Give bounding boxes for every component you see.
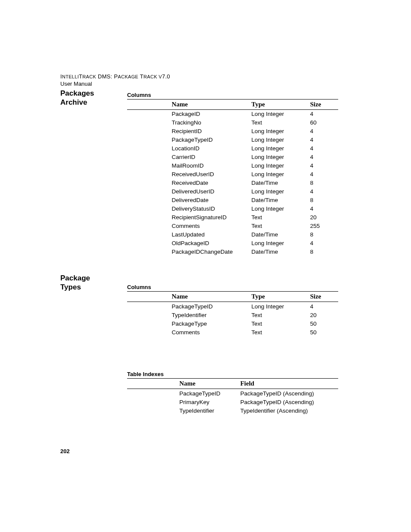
table-header-field: Field (240, 379, 338, 389)
cell-name: ReceivedUserID (171, 170, 251, 179)
table-row: OldPackageIDLong Integer4 (127, 239, 338, 248)
cell-type: Text (252, 118, 310, 127)
table-row: TrackingNoText60 (127, 118, 338, 127)
cell-size: 4 (310, 153, 338, 162)
table-row: DeliveredDateDate/Time8 (127, 196, 338, 205)
cell-type: Long Integer (252, 170, 310, 179)
table-row: PackageTypeIDLong Integer4 (127, 302, 338, 311)
cell-size: 255 (310, 222, 338, 230)
page-number: 202 (60, 448, 70, 454)
cell-size: 50 (310, 319, 338, 328)
packages-archive-columns-table: Name Type Size PackageIDLong Integer4Tra… (127, 99, 338, 256)
cell-type: Long Integer (252, 153, 310, 162)
cell-size: 4 (310, 136, 338, 144)
cell-size: 8 (310, 230, 338, 239)
columns-label: Columns (127, 92, 338, 98)
cell-name: DeliveredUserID (171, 187, 251, 196)
cell-name: TrackingNo (171, 118, 251, 127)
cell-name: PackageType (171, 319, 251, 328)
cell-name: DeliveryStatusID (171, 205, 251, 213)
cell-name: RecipientID (171, 127, 251, 136)
cell-size: 4 (310, 144, 338, 153)
table-header-size: Size (310, 99, 338, 109)
cell-type: Date/Time (252, 196, 310, 205)
cell-size: 8 (310, 248, 338, 256)
cell-type: Date/Time (252, 179, 310, 187)
cell-size: 4 (310, 239, 338, 248)
cell-name: TypeIdentifier (171, 311, 251, 319)
table-header-size: Size (310, 292, 338, 302)
cell-name: LastUpdated (171, 230, 251, 239)
table-row: ReceivedDateDate/Time8 (127, 179, 338, 187)
cell-size: 20 (310, 311, 338, 319)
cell-type: Long Integer (252, 144, 310, 153)
cell-name: PackageTypeID (171, 302, 251, 311)
cell-name: Comments (171, 222, 251, 230)
package-types-indexes-table: Name Field PackageTypeIDPackageTypeID (A… (127, 378, 338, 415)
cell-name: PackageTypeID (179, 389, 240, 398)
cell-name: LocationID (171, 144, 251, 153)
table-indexes-label: Table Indexes (127, 371, 338, 377)
table-row: PackageTypeText50 (127, 319, 338, 328)
cell-name: Comments (171, 328, 251, 336)
cell-name: MailRoomID (171, 162, 251, 170)
cell-size: 8 (310, 179, 338, 187)
cell-type: Text (252, 222, 310, 230)
cell-type: Text (252, 213, 310, 222)
table-row: PackageTypeIDPackageTypeID (Ascending) (127, 389, 338, 398)
cell-field: PackageTypeID (Ascending) (240, 398, 338, 406)
cell-type: Text (252, 319, 310, 328)
cell-size: 4 (310, 127, 338, 136)
cell-name: DeliveredDate (171, 196, 251, 205)
cell-size: 4 (310, 302, 338, 311)
cell-type: Long Integer (252, 239, 310, 248)
cell-type: Text (252, 328, 310, 336)
cell-size: 4 (310, 170, 338, 179)
table-header-type: Type (252, 99, 310, 109)
cell-type: Long Integer (252, 187, 310, 196)
cell-type: Text (252, 311, 310, 319)
table-row: DeliveredUserIDLong Integer4 (127, 187, 338, 196)
table-row: DeliveryStatusIDLong Integer4 (127, 205, 338, 213)
cell-size: 60 (310, 118, 338, 127)
cell-size: 4 (310, 109, 338, 118)
cell-name: RecipientSignatureID (171, 213, 251, 222)
table-header-name: Name (171, 99, 251, 109)
cell-size: 4 (310, 162, 338, 170)
cell-type: Long Integer (252, 109, 310, 118)
table-row: RecipientIDLong Integer4 (127, 127, 338, 136)
table-row: PrimaryKeyPackageTypeID (Ascending) (127, 398, 338, 406)
cell-name: PackageTypeID (171, 136, 251, 144)
cell-field: TypeIdentifier (Ascending) (240, 406, 338, 415)
cell-size: 4 (310, 187, 338, 196)
table-row: CarrierIDLong Integer4 (127, 153, 338, 162)
package-types-columns-table: Name Type Size PackageTypeIDLong Integer… (127, 291, 338, 336)
doc-header-subtitle: User Manual (60, 81, 338, 87)
cell-type: Date/Time (252, 230, 310, 239)
table-row: LocationIDLong Integer4 (127, 144, 338, 153)
columns-label: Columns (127, 284, 338, 290)
table-header-name: Name (179, 379, 240, 389)
table-header-type: Type (252, 292, 310, 302)
cell-type: Long Integer (252, 302, 310, 311)
cell-name: PackageID (171, 109, 251, 118)
table-row: PackageIDChangeDateDate/Time8 (127, 248, 338, 256)
table-row: CommentsText255 (127, 222, 338, 230)
table-row: TypeIdentifierText20 (127, 311, 338, 319)
cell-size: 4 (310, 205, 338, 213)
cell-name: TypeIdentifier (179, 406, 240, 415)
cell-name: ReceivedDate (171, 179, 251, 187)
table-row: LastUpdatedDate/Time8 (127, 230, 338, 239)
cell-name: PackageIDChangeDate (171, 248, 251, 256)
cell-type: Long Integer (252, 136, 310, 144)
table-row: RecipientSignatureIDText20 (127, 213, 338, 222)
doc-header-title: INTELLITRACK DMS: PACKAGE TRACK V7.0 (60, 73, 338, 80)
table-row: CommentsText50 (127, 328, 338, 336)
table-row: PackageTypeIDLong Integer4 (127, 136, 338, 144)
table-row: PackageIDLong Integer4 (127, 109, 338, 118)
table-row: ReceivedUserIDLong Integer4 (127, 170, 338, 179)
table-header-name: Name (171, 292, 251, 302)
cell-type: Long Integer (252, 127, 310, 136)
cell-type: Date/Time (252, 248, 310, 256)
cell-size: 8 (310, 196, 338, 205)
